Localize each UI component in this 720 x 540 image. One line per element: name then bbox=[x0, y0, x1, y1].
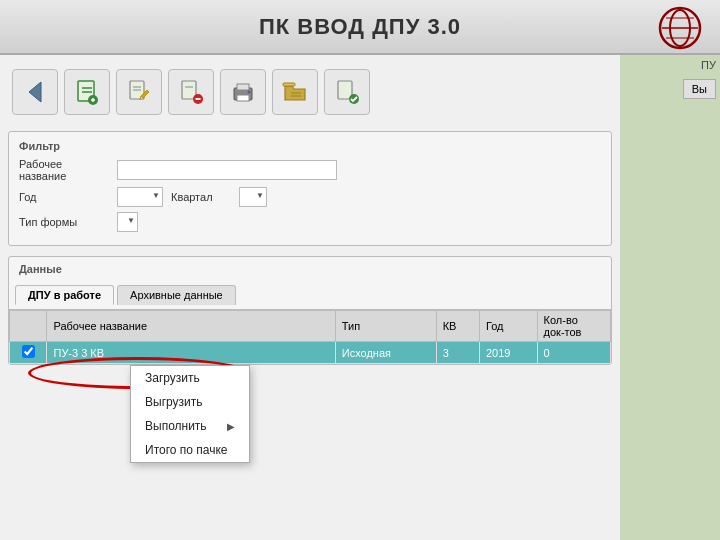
filter-year-wrapper: 2019 2020 bbox=[117, 187, 163, 207]
context-menu-item-load[interactable]: Загрузить bbox=[131, 366, 249, 390]
svg-rect-21 bbox=[237, 84, 249, 90]
delete-button[interactable] bbox=[168, 69, 214, 115]
data-section: Данные ДПУ в работе Архивные данные Рабо… bbox=[8, 256, 612, 365]
filter-type-wrapper bbox=[117, 212, 138, 232]
app-logo bbox=[658, 6, 702, 50]
row-name: ПУ-3 3 КВ bbox=[47, 342, 335, 364]
col-header-kv: КВ bbox=[436, 311, 479, 342]
col-header-kol: Кол-водок-тов bbox=[537, 311, 610, 342]
filter-year-label: Год bbox=[19, 191, 109, 203]
filter-row-name: Рабочее название bbox=[19, 158, 601, 182]
app-title: ПК ВВОД ДПУ 3.0 bbox=[259, 14, 461, 40]
submenu-arrow-icon: ▶ bbox=[227, 421, 235, 432]
context-menu-item-load-label: Загрузить bbox=[145, 371, 200, 385]
col-header-tip: Тип bbox=[335, 311, 436, 342]
data-table-wrapper: Рабочее название Тип КВ Год Кол-водок-то… bbox=[9, 309, 611, 364]
left-panel: Фильтр Рабочее название Год 2019 2020 Кв… bbox=[0, 55, 620, 540]
row-god: 2019 bbox=[479, 342, 537, 364]
open-button[interactable] bbox=[272, 69, 318, 115]
filter-name-input[interactable] bbox=[117, 160, 337, 180]
table-header-row: Рабочее название Тип КВ Год Кол-водок-то… bbox=[10, 311, 611, 342]
context-menu: Загрузить Выгрузить Выполнить ▶ Итого по… bbox=[130, 365, 250, 463]
svg-rect-22 bbox=[237, 95, 249, 101]
toolbar bbox=[8, 63, 612, 121]
data-section-label: Данные bbox=[9, 263, 611, 279]
col-header-god: Год bbox=[479, 311, 537, 342]
filter-section: Фильтр Рабочее название Год 2019 2020 Кв… bbox=[8, 131, 612, 246]
back-button[interactable] bbox=[12, 69, 58, 115]
app-header: ПК ВВОД ДПУ 3.0 bbox=[0, 0, 720, 55]
tab-active[interactable]: ДПУ в работе bbox=[15, 285, 114, 305]
col-header-check bbox=[10, 311, 47, 342]
context-menu-item-unload[interactable]: Выгрузить bbox=[131, 390, 249, 414]
data-table: Рабочее название Тип КВ Год Кол-водок-то… bbox=[9, 310, 611, 364]
filter-quarter-wrapper: 1 2 3 4 bbox=[239, 187, 267, 207]
row-checkbox[interactable] bbox=[22, 345, 35, 358]
filter-type-label: Тип формы bbox=[19, 216, 109, 228]
filter-label: Фильтр bbox=[19, 140, 601, 152]
table-row[interactable]: ПУ-3 3 КВ Исходная 3 2019 0 bbox=[10, 342, 611, 364]
svg-point-23 bbox=[248, 91, 251, 94]
context-menu-item-total[interactable]: Итого по пачке bbox=[131, 438, 249, 462]
row-kv: 3 bbox=[436, 342, 479, 364]
right-panel-label: ПУ bbox=[701, 59, 716, 71]
row-tip: Исходная bbox=[335, 342, 436, 364]
context-menu-item-execute-label: Выполнить bbox=[145, 419, 207, 433]
filter-row-year: Год 2019 2020 Квартал 1 2 3 4 bbox=[19, 187, 601, 207]
edit-button[interactable] bbox=[116, 69, 162, 115]
col-header-name: Рабочее название bbox=[47, 311, 335, 342]
tab-bar: ДПУ в работе Архивные данные bbox=[9, 285, 611, 305]
row-kol: 0 bbox=[537, 342, 610, 364]
filter-quarter-select[interactable]: 1 2 3 4 bbox=[239, 187, 267, 207]
context-menu-item-total-label: Итого по пачке bbox=[145, 443, 228, 457]
print-button[interactable] bbox=[220, 69, 266, 115]
right-panel-button[interactable]: Вы bbox=[683, 79, 716, 99]
filter-name-label: Рабочее название bbox=[19, 158, 109, 182]
tab-archive[interactable]: Архивные данные bbox=[117, 285, 236, 305]
filter-type-select[interactable] bbox=[117, 212, 138, 232]
add-doc-button[interactable] bbox=[64, 69, 110, 115]
svg-marker-5 bbox=[29, 82, 41, 102]
filter-quarter-label: Квартал bbox=[171, 191, 231, 203]
context-menu-item-unload-label: Выгрузить bbox=[145, 395, 203, 409]
right-panel: ПУ Вы bbox=[620, 55, 720, 540]
ok-button[interactable] bbox=[324, 69, 370, 115]
filter-row-type: Тип формы bbox=[19, 212, 601, 232]
row-check[interactable] bbox=[10, 342, 47, 364]
context-menu-item-execute[interactable]: Выполнить ▶ bbox=[131, 414, 249, 438]
svg-rect-24 bbox=[283, 83, 295, 86]
main-area: Фильтр Рабочее название Год 2019 2020 Кв… bbox=[0, 55, 720, 540]
filter-year-select[interactable]: 2019 2020 bbox=[117, 187, 163, 207]
